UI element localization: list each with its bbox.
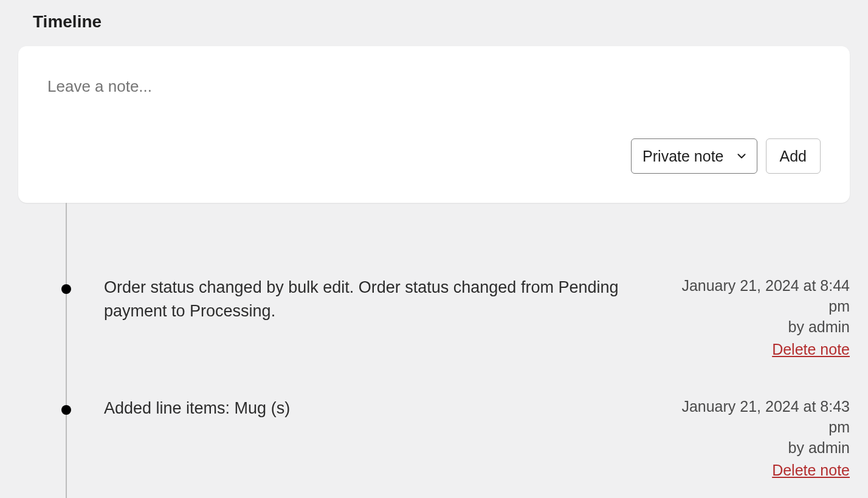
entry-date: January 21, 2024 at 8:44 pm — [661, 276, 850, 317]
delete-note-link[interactable]: Delete note — [772, 460, 850, 481]
timeline-title: Timeline — [18, 12, 850, 32]
delete-note-link[interactable]: Delete note — [772, 339, 850, 360]
timeline-entry: Added line items: Mug (s) January 21, 20… — [49, 397, 850, 481]
timeline-list: Order status changed by bulk edit. Order… — [49, 203, 850, 481]
add-note-button[interactable]: Add — [766, 138, 821, 174]
note-type-label: Private note — [642, 148, 723, 165]
timeline-entry-meta: January 21, 2024 at 8:44 pm by admin Del… — [661, 276, 850, 360]
timeline-dot-icon — [61, 284, 71, 294]
timeline-entry-text: Added line items: Mug (s) — [104, 397, 637, 481]
chevron-down-icon — [735, 149, 748, 163]
entry-date: January 21, 2024 at 8:43 pm — [661, 397, 850, 438]
timeline-entry: Order status changed by bulk edit. Order… — [49, 276, 850, 360]
timeline-entry-meta: January 21, 2024 at 8:43 pm by admin Del… — [661, 397, 850, 481]
entry-author: by admin — [661, 317, 850, 338]
entry-author: by admin — [661, 438, 850, 459]
note-card: Private note Add — [18, 46, 850, 203]
timeline-dot-icon — [61, 405, 71, 415]
note-input[interactable] — [47, 75, 821, 112]
timeline-entry-text: Order status changed by bulk edit. Order… — [104, 276, 637, 360]
note-type-select[interactable]: Private note — [631, 138, 757, 174]
note-actions: Private note Add — [47, 138, 821, 174]
